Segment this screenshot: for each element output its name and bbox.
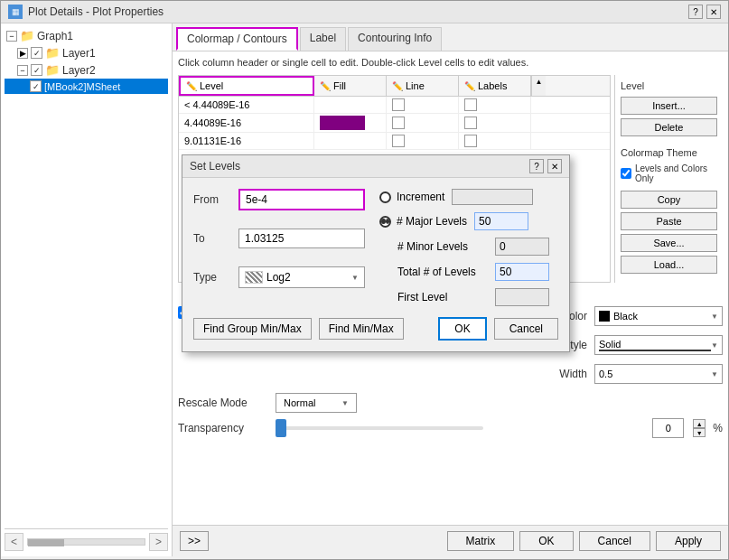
set-levels-dialog: Set Levels ? ✕ From 5e-4 To bbox=[182, 154, 570, 352]
find-group-btn[interactable]: Find Group Min/Max bbox=[193, 318, 312, 340]
from-label: From bbox=[193, 193, 238, 206]
first-level-row: First Level bbox=[379, 288, 549, 306]
dialog-ok-btn[interactable]: OK bbox=[438, 317, 486, 341]
dialog-cancel-btn[interactable]: Cancel bbox=[494, 318, 558, 340]
dialog-overlay: Set Levels ? ✕ From 5e-4 To bbox=[1, 1, 728, 559]
dialog-title-bar: Set Levels ? ✕ bbox=[182, 155, 569, 178]
increment-input[interactable]: 1.020887882 bbox=[452, 189, 533, 205]
major-levels-input[interactable]: 50 bbox=[474, 212, 528, 230]
type-select[interactable]: Log2 ▼ bbox=[238, 266, 365, 288]
total-levels-row: Total # of Levels 50 bbox=[379, 263, 549, 281]
dialog-main: From 5e-4 To 1.03125 Type Log2 bbox=[193, 189, 558, 306]
minor-levels-row: # Minor Levels 0 bbox=[379, 238, 549, 256]
to-row: To 1.03125 bbox=[193, 229, 365, 248]
dialog-controls: ? ✕ bbox=[529, 159, 562, 173]
dialog-title-text: Set Levels bbox=[190, 160, 240, 173]
from-input[interactable]: 5e-4 bbox=[238, 189, 365, 210]
to-input[interactable]: 1.03125 bbox=[238, 229, 365, 248]
increment-radio[interactable]: Increment bbox=[379, 191, 444, 203]
type-label: Type bbox=[193, 271, 238, 284]
major-levels-row: # Major Levels 50 bbox=[379, 212, 549, 230]
type-arrow: ▼ bbox=[351, 274, 359, 282]
major-radio[interactable]: # Major Levels bbox=[379, 215, 467, 228]
dialog-help-btn[interactable]: ? bbox=[529, 159, 544, 173]
type-row: Type Log2 ▼ bbox=[193, 266, 365, 288]
increment-row: Increment 1.020887882 bbox=[379, 189, 549, 205]
radio-increment bbox=[379, 191, 391, 203]
from-row: From 5e-4 bbox=[193, 189, 365, 210]
dialog-right: Increment 1.020887882 # Major Levels 50 bbox=[379, 189, 549, 306]
dialog-close-btn[interactable]: ✕ bbox=[547, 159, 562, 173]
find-min-btn[interactable]: Find Min/Max bbox=[319, 318, 404, 340]
log2-icon bbox=[245, 271, 263, 284]
dialog-footer: Find Group Min/Max Find Min/Max OK Cance… bbox=[193, 317, 558, 341]
radio-major bbox=[379, 216, 391, 228]
dialog-left: From 5e-4 To 1.03125 Type Log2 bbox=[193, 189, 365, 306]
dialog-body: From 5e-4 To 1.03125 Type Log2 bbox=[182, 178, 569, 351]
total-levels-input[interactable]: 50 bbox=[495, 263, 549, 281]
to-label: To bbox=[193, 232, 238, 245]
main-window: ▦ Plot Details - Plot Properties ? ✕ − 📁… bbox=[0, 0, 729, 560]
minor-levels-input[interactable]: 0 bbox=[495, 238, 549, 256]
first-level-input[interactable] bbox=[495, 288, 549, 306]
